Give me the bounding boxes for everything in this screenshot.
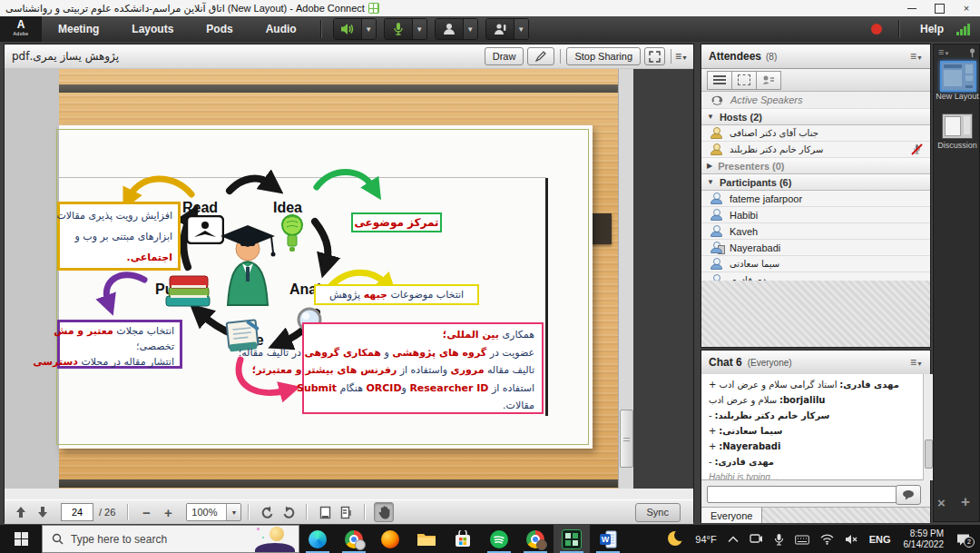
breakout-view-icon[interactable] <box>731 71 757 90</box>
layout-label[interactable]: New Layout <box>934 92 980 101</box>
fit-page-button[interactable] <box>316 503 334 521</box>
draw-button[interactable]: Draw <box>485 47 524 65</box>
layouts-menu-icon[interactable]: ≡▼ <box>938 46 949 57</box>
participant-row[interactable]: Habibi <box>701 207 930 223</box>
participants-section-header[interactable]: ▼ Participants (6) <box>701 174 930 191</box>
minimize-icon[interactable] <box>898 0 926 16</box>
previous-page-button[interactable] <box>12 503 30 521</box>
taskbar-app-edge[interactable] <box>299 525 336 553</box>
menu-pods[interactable]: Pods <box>190 23 249 35</box>
fit-width-button[interactable] <box>338 503 356 521</box>
maximize-icon[interactable] <box>926 0 953 16</box>
network-wifi-icon[interactable] <box>820 534 834 545</box>
zoom-dropdown-icon[interactable]: ▼ <box>226 504 240 520</box>
chat-tab-everyone[interactable]: Everyone <box>701 508 762 523</box>
connection-signal-icon[interactable] <box>956 23 971 35</box>
rotate-left-button[interactable] <box>258 503 276 521</box>
pointer-tool-button[interactable] <box>527 47 554 65</box>
chat-scrollbar-thumb[interactable] <box>925 439 933 469</box>
menu-audio[interactable]: Audio <box>250 23 313 35</box>
host-row[interactable]: جناب آقای دکتر اصنافی <box>701 125 930 142</box>
speaker-button[interactable]: ▼ <box>333 18 377 40</box>
expand-triangle-icon: ▶ <box>707 162 712 170</box>
taskbar-app-store[interactable] <box>445 525 481 553</box>
participant-row[interactable]: Nayerabadi <box>701 240 930 256</box>
chat-pod-menu-icon[interactable]: ≡▼ <box>910 356 923 369</box>
next-page-button[interactable] <box>34 503 52 521</box>
attendees-empty-area <box>701 281 930 347</box>
taskbar-app-adobe-connect[interactable] <box>554 525 590 553</box>
collapse-triangle-icon: ▼ <box>707 113 714 121</box>
taskbar-app-word[interactable]: W <box>590 525 626 553</box>
webcam-dropdown[interactable]: ▼ <box>463 19 477 39</box>
taskbar-app-chrome[interactable] <box>336 525 372 553</box>
page-number-input[interactable] <box>61 503 93 521</box>
menu-layouts[interactable]: Layouts <box>115 23 190 35</box>
taskbar-app-firefox[interactable] <box>372 525 408 553</box>
topics-box: انتخاب موضوعات جبهه پژوهش <box>314 284 479 305</box>
webcam-button[interactable]: ▼ <box>435 18 478 40</box>
close-icon[interactable]: × <box>953 0 980 16</box>
zoom-in-button[interactable]: + <box>159 503 177 521</box>
chat-message-input[interactable] <box>707 486 897 503</box>
start-button[interactable] <box>0 525 42 553</box>
send-message-button[interactable] <box>896 485 921 505</box>
host-row[interactable]: سرکار خانم دکتر نظربلند <box>701 142 930 158</box>
presenters-section-header[interactable]: ▶ Presenters (0) <box>701 158 930 174</box>
search-highlight-graphic[interactable] <box>255 524 295 552</box>
taskbar-app-explorer[interactable] <box>408 525 445 553</box>
chat-title: Chat 6 <box>709 356 742 369</box>
microphone-tray-icon[interactable] <box>774 533 784 546</box>
fit-width-icon <box>340 506 354 519</box>
weather-temperature[interactable]: 94°F <box>695 534 716 545</box>
add-layout-icon[interactable]: + <box>961 493 970 511</box>
publish-books-icon <box>161 263 215 312</box>
microphone-dropdown[interactable]: ▼ <box>412 19 426 39</box>
attendee-status-view-icon[interactable] <box>756 71 781 90</box>
meet-now-icon[interactable] <box>750 533 763 545</box>
taskbar-search[interactable]: Type here to search <box>42 525 299 553</box>
participant-name: سیما سعادتی <box>730 259 779 269</box>
pdf-slide: Read Idea Analyze Write Publish <box>59 125 593 449</box>
participant-row[interactable]: سیما سعادتی <box>701 256 930 272</box>
taskbar-app-chrome-2[interactable] <box>517 525 554 553</box>
chat-tabs: Everyone <box>701 507 930 523</box>
pin-icon[interactable] <box>968 48 976 57</box>
layout-label[interactable]: Discussion <box>934 141 980 150</box>
action-center-icon[interactable]: 2 <box>956 533 971 546</box>
close-layout-icon[interactable]: × <box>937 495 946 510</box>
speaker-dropdown[interactable]: ▼ <box>361 19 376 39</box>
taskbar-app-spotify[interactable] <box>481 525 517 553</box>
taskbar-clock[interactable]: 8:59 PM 6/14/2022 <box>904 528 945 550</box>
participant-row[interactable]: Kaveh <box>701 223 930 240</box>
layout-thumbnail-new-layout[interactable] <box>940 61 976 92</box>
fullscreen-button[interactable] <box>644 47 665 65</box>
pan-tool-button[interactable] <box>374 502 394 522</box>
weather-moon-icon[interactable] <box>668 531 684 548</box>
participant-row[interactable]: fateme jafarpoor <box>701 191 930 207</box>
status-button[interactable]: ▼ <box>485 18 529 40</box>
menu-meeting[interactable]: Meeting <box>42 23 115 35</box>
host-name: جناب آقای دکتر اصنافی <box>730 128 818 138</box>
help-menu[interactable]: Help <box>920 23 944 35</box>
word-icon: W <box>599 530 617 548</box>
vertical-scrollbar[interactable] <box>618 69 633 489</box>
language-indicator[interactable]: ENG <box>869 534 891 545</box>
microphone-button[interactable]: ▼ <box>384 18 427 40</box>
sync-button[interactable]: Sync <box>635 503 681 522</box>
attendees-pod-menu-icon[interactable]: ≡▼ <box>910 50 923 63</box>
volume-muted-icon[interactable] <box>845 534 858 545</box>
hosts-section-header[interactable]: ▼ Hosts (2) <box>701 109 930 125</box>
zoom-out-button[interactable]: − <box>137 503 155 521</box>
touch-keyboard-icon[interactable] <box>795 534 809 545</box>
rotate-right-button[interactable] <box>279 503 298 521</box>
chat-scrollbar[interactable] <box>923 374 933 480</box>
show-hidden-icons-chevron[interactable] <box>728 536 739 543</box>
attendee-list-view-icon[interactable] <box>707 71 732 90</box>
zoom-select[interactable]: 100% ▼ <box>186 503 241 521</box>
share-pod-menu-icon[interactable]: ≡▼ <box>675 50 688 63</box>
stop-sharing-button[interactable]: Stop Sharing <box>566 47 641 65</box>
vertical-scrollbar-thumb[interactable] <box>620 410 633 468</box>
status-dropdown[interactable]: ▼ <box>514 19 528 39</box>
layout-thumbnail-discussion[interactable] <box>942 114 973 139</box>
